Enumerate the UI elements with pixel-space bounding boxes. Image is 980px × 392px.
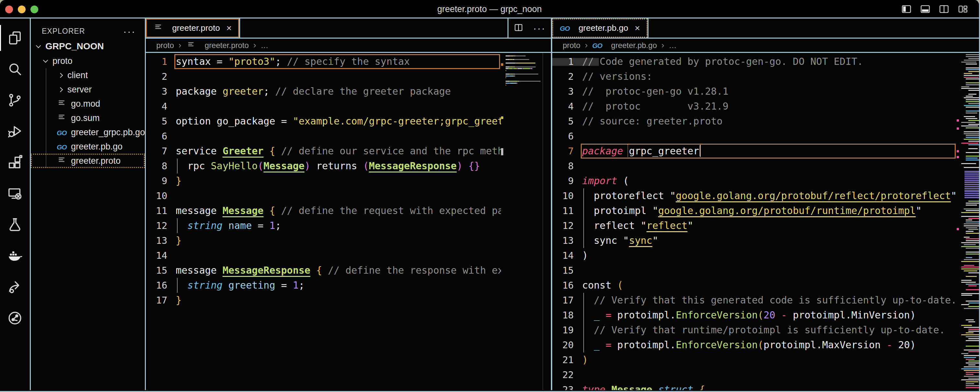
- breadcrumb-symbol[interactable]: …: [669, 41, 677, 50]
- code-line-3[interactable]: 3// protoc-gen-go v1.28.1: [552, 84, 957, 99]
- code-line-9[interactable]: 9}: [146, 174, 501, 188]
- code-line-10[interactable]: 10 protoreflect "google.golang.org/proto…: [552, 188, 957, 203]
- tree-item-greeter-proto[interactable]: greeter.proto: [31, 154, 145, 168]
- code-line-14[interactable]: 14: [146, 248, 501, 263]
- list-file-icon: [57, 156, 67, 166]
- code-line-7[interactable]: 7service Greeter { // define our service…: [146, 143, 501, 159]
- code-line-15[interactable]: 15: [552, 263, 957, 278]
- code-area-proto[interactable]: 1syntax = "proto3"; // specify the synta…: [146, 53, 501, 390]
- code-line-4[interactable]: 4: [146, 99, 501, 114]
- activity-live-share-icon[interactable]: [0, 271, 30, 303]
- activity-extensions-icon[interactable]: [0, 147, 30, 178]
- tab-separator: [648, 19, 649, 38]
- breadcrumb-file[interactable]: greeter.pb.go: [611, 41, 657, 50]
- code-line-19[interactable]: 19 // Verify that runtime/protoimpl is s…: [552, 323, 957, 338]
- breadcrumb-folder[interactable]: proto: [156, 41, 174, 50]
- list-file-icon: [153, 23, 163, 33]
- code-line-4[interactable]: 4// protoc v3.21.9: [552, 99, 957, 114]
- activity-source-control-icon[interactable]: [0, 84, 30, 116]
- code-line-6[interactable]: 6: [552, 129, 957, 143]
- code-line-6[interactable]: 6: [146, 129, 501, 143]
- code-line-12[interactable]: 12 string name = 1;: [146, 218, 501, 233]
- code-line-17[interactable]: 17 // Verify that this generated code is…: [552, 293, 957, 308]
- code-line-12[interactable]: 12 reflect "reflect": [552, 218, 957, 233]
- code-line-1[interactable]: 1// Code generated by protoc-gen-go. DO …: [552, 54, 957, 69]
- tree-item-greeter-pb-go[interactable]: GOgreeter.pb.go: [31, 139, 145, 154]
- go-file-icon: GO: [57, 127, 67, 137]
- close-tab-icon[interactable]: ×: [226, 23, 232, 33]
- minimap[interactable]: [504, 53, 542, 390]
- tree-item-client[interactable]: client: [31, 68, 145, 82]
- window-title: greeter.proto — grpc_noon: [0, 0, 979, 19]
- code-line-15[interactable]: 15message MessageResponse { // define th…: [146, 263, 501, 278]
- code-line-22[interactable]: 22: [552, 367, 957, 382]
- code-line-2[interactable]: 2// versions:: [552, 69, 957, 84]
- text-cursor: [700, 145, 701, 156]
- breadcrumb: proto › greeter.proto › …: [146, 38, 551, 53]
- code-line-20[interactable]: 20 _ = protoimpl.EnforceVersion(protoimp…: [552, 338, 957, 352]
- code-line-23[interactable]: 23type Message struct {: [552, 382, 957, 390]
- code-line-5[interactable]: 5// source: greeter.proto: [552, 114, 957, 129]
- tree-item-go-mod[interactable]: go.mod: [31, 97, 145, 111]
- tree-item-proto[interactable]: proto: [31, 54, 145, 68]
- tree-item-server[interactable]: server: [31, 82, 145, 97]
- code-line-13[interactable]: 13}: [146, 233, 501, 248]
- code-line-11[interactable]: 11message Message { // define the reques…: [146, 203, 501, 218]
- tab-separator: [239, 19, 240, 38]
- customize-layout-icon[interactable]: [956, 3, 969, 15]
- overview-decorations: [957, 53, 960, 390]
- code-line-1[interactable]: 1syntax = "proto3"; // specify the synta…: [146, 54, 501, 69]
- breadcrumb: proto › GO greeter.pb.go › …: [552, 38, 980, 53]
- code-line-16[interactable]: 16const (: [552, 278, 957, 293]
- code-line-16[interactable]: 16 string greeting = 1;: [146, 278, 501, 293]
- vscode-window: greeter.proto — grpc_noon: [0, 0, 980, 392]
- code-line-14[interactable]: 14): [552, 248, 957, 263]
- code-line-18[interactable]: 18 _ = protoimpl.EnforceVersion(20 - pro…: [552, 308, 957, 323]
- code-line-7[interactable]: 7package grpc_greeter: [552, 143, 957, 159]
- editor-group-left: greeter.proto × ··· proto › greeter.prot…: [146, 19, 552, 390]
- breadcrumb-file[interactable]: greeter.proto: [205, 41, 249, 50]
- close-tab-icon[interactable]: ×: [635, 23, 640, 33]
- tree-item-go-sum[interactable]: go.sum: [31, 111, 145, 125]
- split-editor-layout-icon[interactable]: [937, 3, 950, 15]
- code-line-8[interactable]: 8 rpc SayHello(Message) returns (Message…: [146, 159, 501, 174]
- activity-remote-explorer-icon[interactable]: [0, 178, 30, 209]
- code-line-5[interactable]: 5option go_package = "example.com/grpc-g…: [146, 114, 501, 129]
- split-editor-icon[interactable]: [514, 23, 523, 34]
- activity-docker-icon[interactable]: [0, 240, 30, 271]
- tab-greeter-pb-go[interactable]: GO greeter.pb.go ×: [552, 19, 648, 38]
- code-line-13[interactable]: 13 sync "sync": [552, 233, 957, 248]
- code-line-21[interactable]: 21): [552, 352, 957, 367]
- toggle-panel-icon[interactable]: [919, 3, 932, 15]
- activity-explorer-icon[interactable]: [0, 22, 30, 54]
- tab-greeter-proto[interactable]: greeter.proto ×: [146, 19, 239, 38]
- breadcrumb-symbol[interactable]: …: [261, 41, 268, 50]
- scrollbar[interactable]: [543, 53, 551, 390]
- code-line-17[interactable]: 17}: [146, 293, 501, 308]
- breadcrumb-folder[interactable]: proto: [563, 41, 581, 50]
- toggle-sidebar-icon[interactable]: [900, 3, 913, 15]
- minimap-slider[interactable]: [552, 58, 599, 66]
- code-line-10[interactable]: 10: [146, 188, 501, 203]
- title-bar: greeter.proto — grpc_noon: [0, 0, 979, 19]
- file-tree: protoclientservergo.modgo.sumGOgreeter_g…: [31, 54, 145, 168]
- code-line-2[interactable]: 2: [146, 69, 501, 84]
- tree-root-grpc-noon[interactable]: GRPC_NOON: [31, 39, 145, 54]
- overview-decorations: [501, 53, 504, 390]
- code-line-9[interactable]: 9import (: [552, 174, 957, 188]
- editor-more-actions-icon[interactable]: ···: [533, 25, 546, 32]
- chevron-right-icon: [58, 87, 63, 92]
- activity-testing-icon[interactable]: [0, 209, 30, 240]
- code-line-8[interactable]: 8: [552, 159, 957, 174]
- list-file-icon: [57, 113, 67, 124]
- code-line-3[interactable]: 3package greeter; // declare the greeter…: [146, 84, 501, 99]
- code-line-11[interactable]: 11 protoimpl "google.golang.org/protobuf…: [552, 203, 957, 218]
- explorer-more-actions-icon[interactable]: ···: [123, 28, 136, 35]
- tree-item-greeter-grpc-pb-go[interactable]: GOgreeter_grpc.pb.go: [31, 125, 145, 139]
- activity-search-icon[interactable]: [0, 54, 30, 84]
- activity-run-debug-icon[interactable]: [0, 116, 30, 147]
- minimap[interactable]: [960, 53, 980, 390]
- list-file-icon: [186, 40, 196, 50]
- activity-network-icon[interactable]: [0, 303, 30, 334]
- code-area-go[interactable]: 1// Code generated by protoc-gen-go. DO …: [552, 53, 957, 390]
